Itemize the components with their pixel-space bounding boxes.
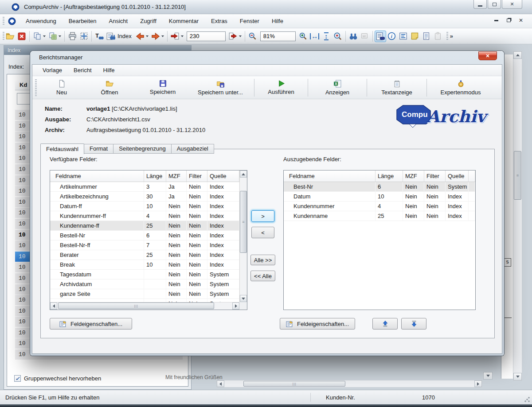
- dialog-close-button[interactable]: ✕: [478, 51, 497, 60]
- copy-table-dropdown-caret[interactable]: [59, 35, 61, 37]
- col-filter[interactable]: Filter: [424, 171, 446, 182]
- hitlist-button[interactable]: [375, 31, 386, 42]
- scroll-left-button[interactable]: [217, 380, 224, 387]
- nav-forward-caret[interactable]: [161, 35, 164, 37]
- table-row[interactable]: Datum-ff10NeinNeinIndex: [50, 202, 239, 211]
- table-vertical-scrollbar[interactable]: ≡: [239, 171, 247, 302]
- resize-grip[interactable]: [524, 397, 530, 402]
- col-quelle[interactable]: Quelle: [446, 171, 469, 182]
- table-row[interactable]: NeinNeinSystem: [50, 299, 239, 302]
- index-search-button[interactable]: [105, 31, 117, 42]
- goto-page-caret[interactable]: [181, 35, 184, 37]
- fit-width-button[interactable]: ↔: [309, 31, 321, 42]
- ocr-button[interactable]: sd: [359, 31, 371, 42]
- hscroll-thumb[interactable]: |||: [243, 381, 345, 387]
- add-field-button[interactable]: >: [251, 210, 274, 222]
- app-menu-icon[interactable]: [8, 17, 16, 25]
- table-row[interactable]: Bestell-Nr-ff7NeinNeinIndex: [50, 240, 239, 250]
- run-report-button[interactable]: Ausführen: [257, 78, 305, 98]
- nav-back-button[interactable]: [134, 31, 146, 42]
- page-number-input[interactable]: [187, 31, 226, 41]
- toolbar-grip-2[interactable]: [446, 32, 448, 41]
- scroll-up-button[interactable]: [513, 51, 522, 59]
- mdi-restore-button[interactable]: [504, 16, 513, 24]
- menu-fenster[interactable]: Fenster: [234, 15, 266, 27]
- fit-height-button[interactable]: ↕: [321, 31, 332, 42]
- document-info-button[interactable]: [421, 31, 432, 42]
- scroll-thumb[interactable]: ≡: [240, 191, 247, 253]
- document-horizontal-scrollbar[interactable]: |||: [216, 380, 482, 388]
- col-feldname[interactable]: Feldname: [50, 171, 144, 182]
- table-horizontal-scrollbar[interactable]: |||: [50, 302, 239, 310]
- tab-feldauswahl[interactable]: Feldauswahl: [40, 143, 84, 154]
- col-mzf[interactable]: MZF: [403, 171, 424, 182]
- hscroll-thumb[interactable]: |||: [58, 302, 214, 309]
- goto-page-forward-caret[interactable]: [239, 35, 242, 37]
- table-row[interactable]: TagesdatumNeinNeinSystem: [50, 270, 239, 279]
- table-row[interactable]: Berater25NeinNeinIndex: [50, 250, 239, 260]
- save-template-button[interactable]: Speichern: [136, 78, 189, 98]
- text-view-button[interactable]: Textanzeige: [370, 78, 424, 98]
- move-field-down-button[interactable]: [401, 318, 426, 329]
- table-row[interactable]: Artikelnummer3JaNeinIndex: [50, 182, 239, 192]
- groupchange-checkbox[interactable]: ✓: [14, 375, 21, 382]
- table-row[interactable]: Datum10NeinNeinIndex: [284, 192, 475, 202]
- new-template-button[interactable]: Neu: [40, 78, 83, 98]
- remove-all-fields-button[interactable]: << Alle: [250, 271, 275, 281]
- open-archive-button[interactable]: [4, 31, 16, 42]
- menu-bearbeiten[interactable]: Bearbeiten: [63, 15, 103, 27]
- add-all-fields-button[interactable]: Alle >>: [250, 255, 275, 265]
- scroll-right-button[interactable]: [232, 302, 239, 310]
- menubar-grip[interactable]: [3, 17, 4, 26]
- col-laenge[interactable]: Länge: [376, 171, 403, 182]
- dialog-menu-hilfe[interactable]: Hilfe: [98, 65, 121, 75]
- table-row[interactable]: Kundenname-ff25NeinNeinIndex: [50, 221, 239, 231]
- table-row[interactable]: ArchivdatumNeinNeinSystem: [50, 279, 239, 289]
- col-filter[interactable]: Filter: [187, 171, 207, 182]
- close-button[interactable]: ✕: [502, 0, 522, 9]
- nav-back-caret[interactable]: [146, 35, 149, 37]
- text-search-button[interactable]: T: [94, 31, 105, 42]
- show-report-button[interactable]: X Anzeigen: [311, 78, 364, 98]
- table-row[interactable]: Kundennummer-ff4NeinNeinIndex: [50, 211, 239, 221]
- table-row[interactable]: Kundenname25NeinNeinIndex: [284, 211, 475, 221]
- menu-ansicht[interactable]: Ansicht: [103, 15, 134, 27]
- col-feldname[interactable]: Feldname: [284, 171, 376, 182]
- zoom-level-input[interactable]: [260, 31, 296, 41]
- col-mzf[interactable]: MZF: [166, 171, 187, 182]
- scroll-up-button[interactable]: [240, 171, 247, 178]
- pane-scroll-down-button[interactable]: [483, 372, 493, 380]
- expert-mode-button[interactable]: Expertenmodus: [430, 78, 492, 98]
- document-vertical-scrollbar[interactable]: ≡: [513, 51, 522, 381]
- zoom-out-button[interactable]: [247, 31, 258, 42]
- move-field-up-button[interactable]: [372, 318, 398, 329]
- print-button[interactable]: [66, 31, 78, 42]
- menu-extras[interactable]: Extras: [205, 15, 234, 27]
- copy-table-button[interactable]: [47, 31, 59, 42]
- fit-selection-button[interactable]: [78, 31, 90, 42]
- save-as-button[interactable]: Speichern unter...: [189, 78, 251, 98]
- field-properties-button-left[interactable]: Feldeigenschaften...: [50, 318, 132, 329]
- remove-field-button[interactable]: <: [251, 227, 274, 238]
- clipboard-button[interactable]: [432, 31, 444, 42]
- col-quelle[interactable]: Quelle: [207, 171, 239, 182]
- maximize-button[interactable]: [488, 0, 501, 9]
- nav-forward-button[interactable]: [150, 31, 161, 42]
- table-row[interactable]: Break10NeinNeinIndex: [50, 260, 239, 270]
- toolbar-overflow[interactable]: »: [450, 33, 453, 39]
- search-button[interactable]: [348, 31, 359, 42]
- dialog-menu-vorlage[interactable]: Vorlage: [37, 65, 68, 75]
- scroll-down-button[interactable]: [240, 295, 247, 302]
- menu-hilfe[interactable]: Hilfe: [266, 15, 289, 27]
- col-laenge[interactable]: Länge: [144, 171, 166, 182]
- info-button[interactable]: i: [386, 31, 398, 42]
- scroll-right-button[interactable]: [474, 380, 482, 387]
- note-button[interactable]: [409, 31, 421, 42]
- minimize-button[interactable]: [473, 0, 487, 9]
- close-archive-button[interactable]: [16, 31, 27, 42]
- copy-button[interactable]: [31, 31, 43, 42]
- tab-ausgabeziel[interactable]: Ausgabeziel: [172, 144, 214, 154]
- menu-kommentar[interactable]: Kommentar: [163, 15, 205, 27]
- mdi-minimize-button[interactable]: [491, 16, 501, 24]
- table-row[interactable]: Best-Nr6NeinNeinSystem: [284, 182, 475, 192]
